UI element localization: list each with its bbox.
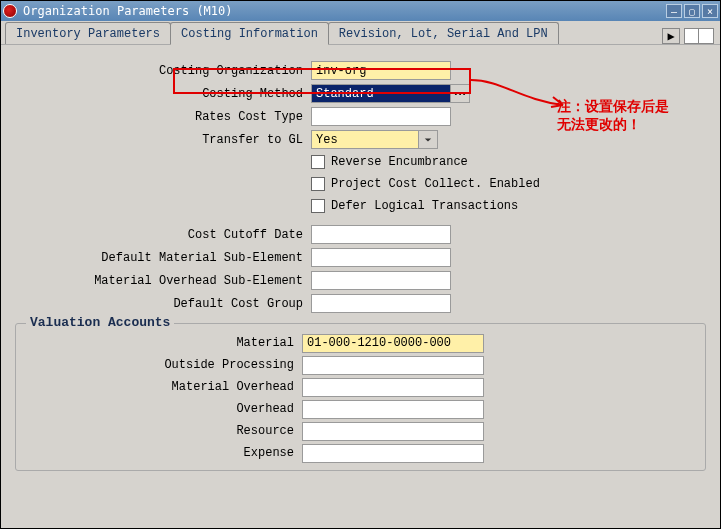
- rates-cost-type-label: Rates Cost Type: [11, 110, 311, 124]
- reverse-encumbrance-checkbox[interactable]: [311, 155, 325, 169]
- annotation-line1: 注：设置保存后是: [557, 97, 669, 115]
- oracle-icon: [3, 4, 17, 18]
- rates-cost-type-field[interactable]: [311, 107, 451, 126]
- chevron-down-icon: [424, 136, 432, 144]
- material-overhead-subelement-label: Material Overhead Sub-Element: [11, 274, 311, 288]
- annotation-highlight-box: [173, 68, 471, 94]
- default-cost-group-field[interactable]: [311, 294, 451, 313]
- annotation-arrow: [471, 75, 571, 105]
- tab-revision-lot-serial-lpn[interactable]: Revision, Lot, Serial And LPN: [328, 22, 559, 44]
- tab-bar: Inventory Parameters Costing Information…: [1, 21, 720, 45]
- va-overhead-label: Overhead: [22, 402, 302, 416]
- va-material-overhead-field[interactable]: [302, 378, 484, 397]
- valuation-accounts-title: Valuation Accounts: [26, 315, 174, 330]
- va-material-label: Material: [22, 336, 302, 350]
- default-material-subelement-label: Default Material Sub-Element: [11, 251, 311, 265]
- minimize-button[interactable]: –: [666, 4, 682, 18]
- default-cost-group-label: Default Cost Group: [11, 297, 311, 311]
- window-title: Organization Parameters (M10): [23, 4, 664, 18]
- tab-costing-information[interactable]: Costing Information: [170, 22, 329, 45]
- maximize-button[interactable]: ▢: [684, 4, 700, 18]
- project-cost-collect-checkbox[interactable]: [311, 177, 325, 191]
- annotation-line2: 无法更改的！: [557, 115, 669, 133]
- transfer-to-gl-dropdown-button[interactable]: [419, 130, 438, 149]
- content-panel: Costing Organization inv-org Costing Met…: [1, 45, 720, 528]
- tab-scroll-right-button[interactable]: ▶: [662, 28, 680, 44]
- va-overhead-field[interactable]: [302, 400, 484, 419]
- annotation-note: 注：设置保存后是 无法更改的！: [557, 97, 669, 133]
- va-outside-processing-field[interactable]: [302, 356, 484, 375]
- project-cost-collect-label: Project Cost Collect. Enabled: [331, 177, 540, 191]
- material-overhead-subelement-field[interactable]: [311, 271, 451, 290]
- valuation-accounts-group: Valuation Accounts Material 01-000-1210-…: [15, 323, 706, 471]
- tab-inventory-parameters[interactable]: Inventory Parameters: [5, 22, 171, 44]
- va-outside-processing-label: Outside Processing: [22, 358, 302, 372]
- cost-cutoff-date-field[interactable]: [311, 225, 451, 244]
- transfer-to-gl-label: Transfer to GL: [11, 133, 311, 147]
- defer-logical-checkbox[interactable]: [311, 199, 325, 213]
- va-material-field[interactable]: 01-000-1210-0000-000: [302, 334, 484, 353]
- close-button[interactable]: ×: [702, 4, 718, 18]
- transfer-to-gl-field[interactable]: Yes: [311, 130, 419, 149]
- reverse-encumbrance-label: Reverse Encumbrance: [331, 155, 468, 169]
- cost-cutoff-date-label: Cost Cutoff Date: [11, 228, 311, 242]
- va-expense-label: Expense: [22, 446, 302, 460]
- tab-page-indicator[interactable]: [684, 28, 714, 44]
- window-titlebar: Organization Parameters (M10) – ▢ ×: [1, 1, 720, 21]
- va-resource-label: Resource: [22, 424, 302, 438]
- va-material-overhead-label: Material Overhead: [22, 380, 302, 394]
- defer-logical-label: Defer Logical Transactions: [331, 199, 518, 213]
- va-expense-field[interactable]: [302, 444, 484, 463]
- va-resource-field[interactable]: [302, 422, 484, 441]
- default-material-subelement-field[interactable]: [311, 248, 451, 267]
